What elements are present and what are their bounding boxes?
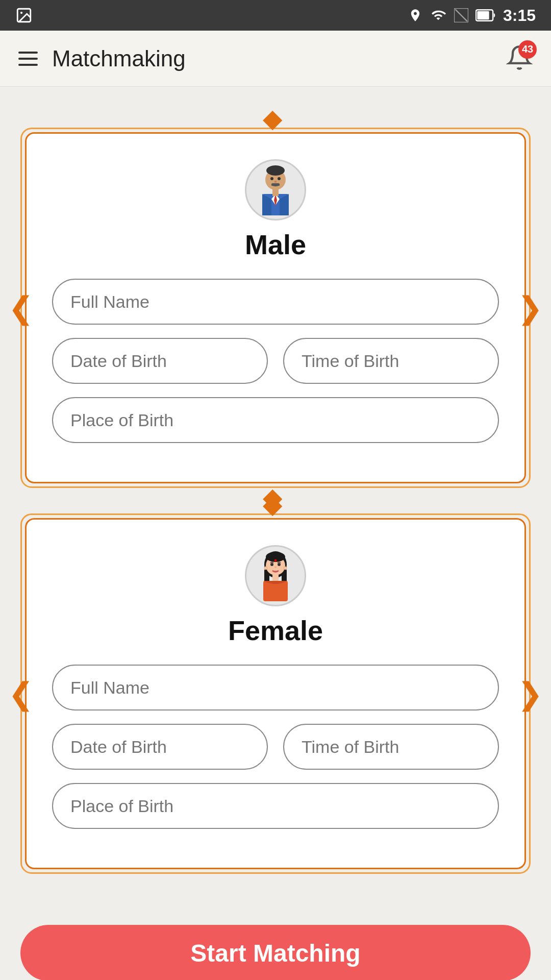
wifi-icon <box>430 8 447 22</box>
app-header: Matchmaking 43 <box>0 31 551 87</box>
page-title: Matchmaking <box>52 46 186 71</box>
svg-rect-17 <box>271 183 280 186</box>
female-time-of-birth-input[interactable] <box>283 724 499 770</box>
notification-button[interactable]: 43 <box>506 44 533 73</box>
svg-point-7 <box>266 165 285 176</box>
female-place-of-birth-input[interactable] <box>52 783 499 829</box>
female-full-name-group <box>52 665 499 710</box>
battery-icon <box>475 8 496 22</box>
main-content: Male <box>0 87 551 915</box>
location-icon <box>408 7 422 24</box>
start-matching-button[interactable]: Start Matching <box>20 925 531 980</box>
male-avatar <box>245 159 306 220</box>
right-ornament-f <box>517 676 543 712</box>
svg-point-14 <box>270 177 273 180</box>
image-icon <box>15 7 33 24</box>
male-place-of-birth-group <box>52 397 499 443</box>
male-gender-label: Male <box>52 229 499 260</box>
male-place-of-birth-input[interactable] <box>52 397 499 443</box>
status-bar: 3:15 <box>0 0 551 31</box>
female-figure-icon <box>250 550 301 601</box>
female-gender-label: Female <box>52 615 499 646</box>
status-time: 3:15 <box>503 6 536 25</box>
notification-count: 43 <box>518 40 537 59</box>
female-avatar <box>245 545 306 606</box>
header-left: Matchmaking <box>18 46 186 71</box>
right-ornament <box>517 290 543 326</box>
svg-point-1 <box>20 12 22 14</box>
menu-button[interactable] <box>18 52 38 66</box>
svg-point-27 <box>274 567 277 568</box>
svg-point-28 <box>274 559 277 562</box>
svg-point-30 <box>284 567 287 570</box>
female-date-of-birth-input[interactable] <box>52 724 268 770</box>
male-card: Male <box>20 128 531 488</box>
left-ornament <box>8 290 34 326</box>
svg-point-26 <box>278 563 281 566</box>
male-birth-row <box>52 338 499 384</box>
signal-icon <box>454 8 468 22</box>
svg-rect-11 <box>272 189 279 196</box>
female-full-name-input[interactable] <box>52 665 499 710</box>
male-time-of-birth-input[interactable] <box>283 338 499 384</box>
male-date-of-birth-input[interactable] <box>52 338 268 384</box>
female-place-of-birth-group <box>52 783 499 829</box>
svg-line-3 <box>455 9 467 21</box>
svg-rect-5 <box>477 11 489 20</box>
svg-point-29 <box>264 567 267 570</box>
status-bar-left <box>15 7 33 24</box>
svg-point-15 <box>278 177 281 180</box>
female-birth-row <box>52 724 499 770</box>
svg-point-16 <box>274 181 277 183</box>
status-bar-right: 3:15 <box>408 6 536 25</box>
male-figure-icon <box>250 164 301 215</box>
female-card: Female <box>20 513 531 874</box>
svg-point-25 <box>270 563 273 566</box>
male-full-name-group <box>52 279 499 325</box>
start-matching-wrapper: Start Matching <box>0 915 551 980</box>
left-ornament-f <box>8 676 34 712</box>
male-full-name-input[interactable] <box>52 279 499 325</box>
